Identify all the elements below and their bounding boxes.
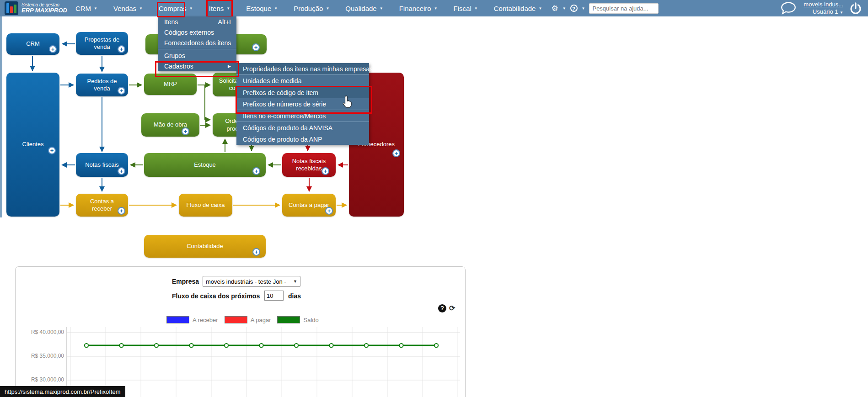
menu-separator [158,49,236,49]
submenu-arrow-icon: ▶ [228,64,231,69]
add-icon[interactable]: + [118,45,125,53]
module-box-propostas-de-venda[interactable]: Propostas de venda + [76,32,128,55]
module-box-fluxo-de-caixa[interactable]: Fluxo de caixa [179,194,232,217]
menu-item-codigos-externos[interactable]: Códigos externos [158,27,236,37]
chevron-down-icon: ▼ [139,6,143,11]
module-box-notas-fiscais[interactable]: Notas fiscais + [76,153,128,177]
chevron-down-icon[interactable]: ▼ [582,6,585,11]
brand-name: ERP MAXIPROD [21,7,67,14]
module-box-notas-fiscais-recebidas[interactable]: Notas fiscais recebidas + [282,153,336,177]
submenu-item-codigos-anvisa[interactable]: Códigos de produto da ANVISA [236,122,369,133]
chevron-down-icon: ▼ [94,6,97,11]
chevron-down-icon[interactable]: ▼ [563,6,566,11]
nav-tools: ⚙ ▼ ? ▼ [551,3,659,14]
module-box-estoque[interactable]: Estoque + [144,153,266,177]
nav-item-estoque[interactable]: Estoque▼ [244,0,279,16]
menu-item-cadastros[interactable]: Cadastros ▶ [158,61,236,71]
add-icon[interactable]: + [252,167,260,175]
nav-item-financeiro[interactable]: Financeiro▼ [397,0,439,16]
menu-item-itens[interactable]: Itens Alt+I [158,16,236,27]
module-box-pedidos-de-venda[interactable]: Pedidos de venda + [76,74,128,96]
nav-item-contabilidade[interactable]: Contabilidade▼ [492,0,544,16]
nav-item-qualidade[interactable]: Qualidade▼ [343,0,385,16]
add-icon[interactable]: + [118,207,125,215]
itens-dropdown-menu: Itens Alt+I Códigos externos Fornecedore… [158,16,236,71]
submenu-item-codigos-anp[interactable]: Códigos de produto da ANP [236,133,369,145]
cadastros-submenu: Propriedades dos itens nas minhas empres… [236,63,369,145]
chevron-down-icon: ▼ [538,6,542,11]
chevron-down-icon: ▼ [380,6,383,11]
company-link[interactable]: moveis indus... [804,1,843,8]
cash-flow-panel: Empresa moveis industriais - teste Jon -… [15,266,466,397]
add-icon[interactable]: + [325,207,333,215]
chevron-down-icon: ▼ [840,11,843,15]
nav-item-vendas[interactable]: Vendas▼ [112,0,145,16]
erp-maxiprod-page: Sistema de gestão ERP MAXIPROD CRM▼ Vend… [0,0,868,397]
maxiprod-logo-icon[interactable] [5,1,18,15]
chevron-down-icon: ▼ [326,6,329,11]
submenu-item-propriedades[interactable]: Propriedades dos itens nas minhas empres… [236,63,369,74]
nav-item-crm[interactable]: CRM▼ [74,0,99,16]
nav-item-itens[interactable]: Itens▼ [207,0,232,16]
module-box-clientes[interactable]: Clientes + [6,73,59,217]
nav-right-cluster: moveis indus... Usuário 1 ▼ [779,1,863,16]
nav-item-producao[interactable]: Produção▼ [292,0,331,16]
add-icon[interactable]: + [49,45,57,53]
chat-icon[interactable] [779,1,798,16]
chevron-down-icon: ▼ [189,6,193,11]
add-icon[interactable]: + [118,87,125,95]
submenu-item-prefixos-numeros-serie[interactable]: Prefixos de números de série [236,98,369,110]
help-icon[interactable]: ? [570,5,578,12]
shortcut-label: Alt+I [218,18,231,26]
add-icon[interactable]: + [252,248,260,256]
nav-item-compras[interactable]: Compras▼ [157,0,195,16]
module-box-contas-a-receber[interactable]: Contas a receber + [76,194,128,217]
chevron-down-icon: ▼ [434,6,438,11]
add-icon[interactable]: + [182,127,189,135]
brand-text: Sistema de gestão ERP MAXIPROD [21,3,67,14]
top-navbar: Sistema de gestão ERP MAXIPROD CRM▼ Vend… [0,0,868,16]
module-box-mrp[interactable]: MRP [144,74,197,95]
module-box-crm[interactable]: CRM + [6,33,59,55]
add-icon[interactable]: + [252,43,260,51]
chevron-down-icon: ▼ [226,6,230,11]
submenu-item-unidades-de-medida[interactable]: Unidades de medida [236,75,369,86]
submenu-item-prefixos-codigo-item[interactable]: Prefixos de código de item [236,87,369,98]
module-box-contas-a-pagar[interactable]: Contas a pagar + [282,194,336,217]
add-icon[interactable]: + [392,149,400,157]
chevron-down-icon: ▼ [274,6,278,11]
nav-item-fiscal[interactable]: Fiscal▼ [452,0,480,16]
cash-flow-chart [16,267,466,397]
menu-item-fornecedores-dos-itens[interactable]: Fornecedores dos itens [158,37,236,48]
status-url-tooltip: https://sistema.maxiprod.com.br/PrefixoI… [0,386,125,397]
add-icon[interactable]: + [48,147,56,154]
gear-icon[interactable]: ⚙ [551,4,558,13]
submenu-item-itens-ecommerce[interactable]: Itens no e-commerce/Mercos [236,110,369,122]
chevron-down-icon: ▼ [474,6,478,11]
add-icon[interactable]: + [118,167,125,175]
module-box-mao-de-obra[interactable]: Mão de obra + [141,113,199,137]
user-menu[interactable]: Usuário 1 ▼ [804,8,843,16]
module-box-contabilidade[interactable]: Contabilidade + [144,235,266,258]
logout-power-icon[interactable] [849,1,863,15]
account-info: moveis indus... Usuário 1 ▼ [804,1,843,16]
menu-item-grupos[interactable]: Grupos [158,50,236,61]
add-icon[interactable]: + [321,167,329,175]
main-menu: CRM▼ Vendas▼ Compras▼ Itens▼ Estoque▼ Pr… [74,0,544,16]
search-input[interactable] [589,3,659,14]
